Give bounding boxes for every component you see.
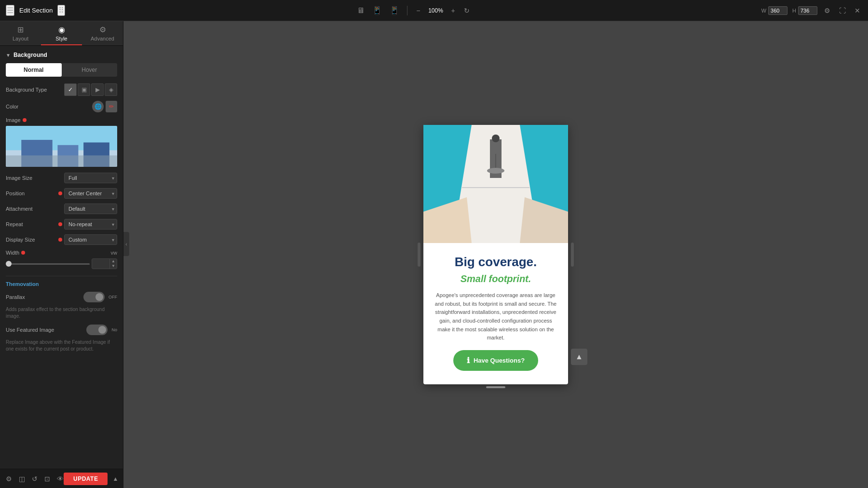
featured-state-label: No [111, 327, 117, 332]
position-select[interactable]: Center Center Top Left Top Right [64, 188, 117, 199]
background-type-row: Background Type ✓ ▣ ▶ ◈ [6, 83, 117, 96]
hamburger-icon[interactable]: ☰ [6, 5, 14, 16]
width-input-row: ▲ ▼ [6, 258, 117, 269]
color-type-btn[interactable]: ✓ [64, 83, 77, 96]
main-area: ⊞ Layout ◉ Style ⚙ Advanced ▼ Background… [0, 21, 868, 488]
attachment-select[interactable]: Default Fixed Scroll [64, 203, 117, 214]
preview-hero-image [423, 125, 568, 243]
width-spin-up[interactable]: ▲ [110, 259, 117, 264]
top-bar-left: ☰ Edit Section ⠿ [6, 5, 65, 16]
image-label-row: Image [6, 117, 117, 123]
top-bar-right: W H ⚙ ⛶ ✕ [761, 5, 862, 16]
normal-toggle-btn[interactable]: Normal [6, 63, 62, 77]
history-bottom-icon[interactable]: ↺ [32, 475, 38, 483]
section-divider [6, 276, 117, 276]
repeat-select[interactable]: No-repeat Repeat Repeat-x [64, 219, 117, 230]
template-bottom-icon[interactable]: ⊡ [44, 475, 50, 483]
display-size-select[interactable]: Custom Cover Contain [64, 234, 117, 245]
attachment-select-wrapper: Default Fixed Scroll ▾ [64, 203, 117, 214]
repeat-controls: No-repeat Repeat Repeat-x ▾ [58, 219, 117, 230]
background-section-label: ▼ Background [6, 52, 117, 58]
image-size-select[interactable]: Full Large Medium [64, 173, 117, 183]
close-icon[interactable]: ✕ [853, 5, 862, 16]
settings-icon[interactable]: ⚙ [822, 5, 832, 16]
scroll-up-btn[interactable]: ▲ [571, 349, 587, 365]
width-slider[interactable] [6, 263, 90, 265]
video-type-btn[interactable]: ▶ [91, 83, 104, 96]
featured-image-row: Use Featured Image No [6, 325, 117, 335]
width-number-input: ▲ ▼ [92, 258, 117, 269]
width-label-group: Width [6, 250, 25, 256]
tab-advanced[interactable]: ⚙ Advanced [82, 21, 123, 45]
width-spin-btns: ▲ ▼ [109, 259, 117, 269]
scroll-indicator [486, 386, 505, 388]
parallax-label: Parallax [6, 294, 25, 300]
gradient-type-btn[interactable]: ▣ [78, 83, 90, 96]
have-questions-btn[interactable]: ℹ Have Questions? [453, 350, 538, 371]
zoom-in-btn[interactable]: + [448, 6, 458, 15]
image-preview[interactable] [6, 126, 117, 167]
bottom-icons: ⚙ ◫ ↺ ⊡ 👁 [6, 475, 64, 483]
attachment-row: Attachment Default Fixed Scroll ▾ [6, 203, 117, 214]
preview-card: Big coverage. Small footprint. Apogee's … [423, 125, 568, 384]
color-pen-btn[interactable]: ✏ [106, 101, 117, 112]
desktop-device-btn[interactable]: 🖥 [355, 4, 366, 17]
color-globe-btn[interactable]: 🌐 [92, 101, 104, 112]
hover-toggle-btn[interactable]: Hover [62, 63, 118, 77]
tab-advanced-label: Advanced [91, 36, 114, 41]
display-size-controls: Custom Cover Contain ▾ [58, 234, 117, 245]
panel-content: ▼ Background Normal Hover Background Typ… [0, 46, 123, 469]
width-number-field[interactable] [92, 259, 109, 268]
attachment-label: Attachment [6, 206, 33, 212]
advanced-tab-icon: ⚙ [99, 25, 106, 34]
featured-image-toggle[interactable] [86, 325, 108, 335]
tabs-bar: ⊞ Layout ◉ Style ⚙ Advanced [0, 21, 123, 46]
left-panel: ⊞ Layout ◉ Style ⚙ Advanced ▼ Background… [0, 21, 123, 488]
parallax-knob [95, 293, 103, 301]
parallax-toggle-group: OFF [83, 292, 117, 302]
grid-icon[interactable]: ⠿ [57, 5, 65, 16]
style-tab-icon: ◉ [58, 25, 65, 34]
collapse-panel-handle[interactable]: ‹ [123, 232, 129, 256]
parallax-toggle[interactable] [83, 292, 105, 302]
question-icon: ℹ [467, 356, 470, 365]
zoom-value: 100% [427, 7, 445, 14]
preview-body-text: Apogee's unprecedented coverage areas ar… [433, 291, 558, 342]
width-field[interactable] [768, 6, 787, 15]
image-size-row: Image Size Full Large Medium ▾ [6, 173, 117, 183]
image-dot-indicator [23, 118, 27, 122]
width-spin-down[interactable]: ▼ [110, 264, 117, 269]
normal-hover-toggle: Normal Hover [6, 63, 117, 77]
preview-bottom-icon[interactable]: 👁 [57, 475, 64, 483]
image-label: Image [6, 117, 21, 123]
featured-image-info: Replace Image above with the Featured Im… [6, 339, 117, 352]
tab-style[interactable]: ◉ Style [41, 21, 82, 45]
position-indicator [58, 191, 62, 195]
height-field[interactable] [798, 6, 817, 15]
settings-bottom-icon[interactable]: ⚙ [6, 475, 12, 483]
bottom-chevron-icon[interactable]: ▲ [112, 475, 118, 482]
color-label: Color [6, 104, 18, 109]
featured-toggle-group: No [86, 325, 117, 335]
right-resize-handle[interactable] [571, 243, 574, 267]
mobile-device-btn[interactable]: 📱 [388, 4, 401, 17]
width-label: Width [6, 250, 19, 256]
zoom-out-btn[interactable]: − [413, 6, 423, 15]
position-select-wrapper: Center Center Top Left Top Right ▾ [64, 188, 117, 199]
display-size-label: Display Size [6, 237, 35, 243]
height-input-group: H [792, 6, 817, 15]
layers-bottom-icon[interactable]: ◫ [19, 475, 25, 483]
tab-layout[interactable]: ⊞ Layout [0, 21, 41, 45]
slideshow-type-btn[interactable]: ◈ [105, 83, 117, 96]
preview-green-text: Small footprint. [433, 273, 558, 285]
left-resize-handle[interactable] [418, 243, 420, 267]
display-size-row: Display Size Custom Cover Contain ▾ [6, 234, 117, 245]
update-btn[interactable]: UPDATE [64, 473, 108, 485]
expand-icon[interactable]: ⛶ [837, 5, 848, 16]
undo-icon[interactable]: ↻ [462, 5, 472, 16]
parallax-info: Adds parallax effect to the section back… [6, 306, 117, 320]
background-chevron-icon: ▼ [6, 53, 11, 58]
tablet-device-btn[interactable]: 📱 [370, 4, 384, 17]
bottom-bar: ⚙ ◫ ↺ ⊡ 👁 UPDATE ▲ [0, 469, 123, 488]
background-type-label: Background Type [6, 87, 47, 93]
